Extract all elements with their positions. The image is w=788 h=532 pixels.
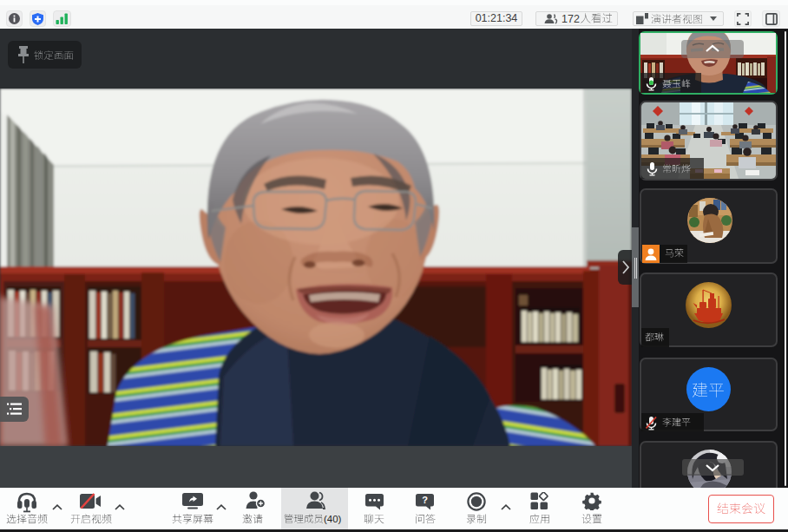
svg-text:(40): (40) <box>324 514 342 524</box>
svg-text:172: 172 <box>561 13 580 25</box>
svg-text:?: ? <box>422 495 428 505</box>
